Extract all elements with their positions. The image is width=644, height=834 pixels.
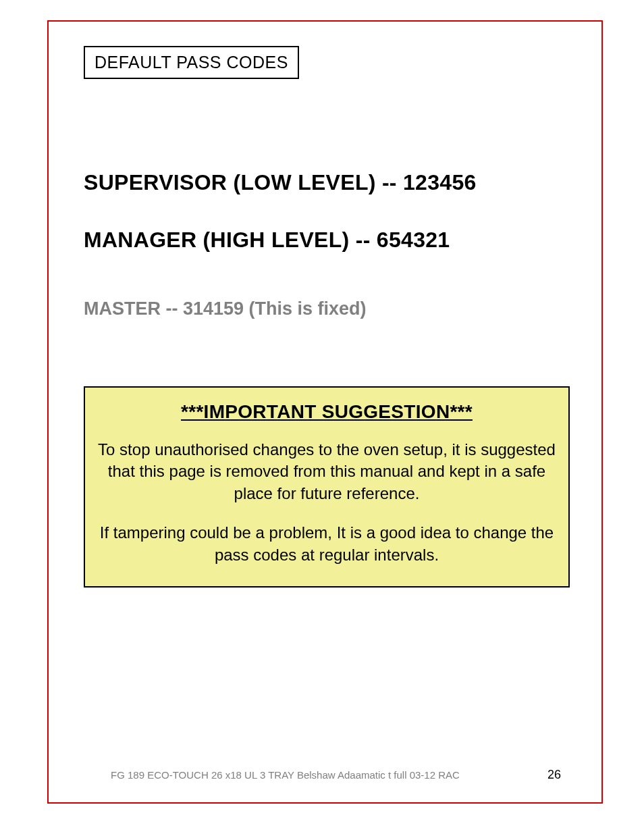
supervisor-passcode: SUPERVISOR (LOW LEVEL) -- 123456 <box>84 170 570 195</box>
callout-paragraph-2: If tampering could be a problem, It is a… <box>97 522 556 566</box>
manager-passcode: MANAGER (HIGH LEVEL) -- 654321 <box>84 228 570 253</box>
footer-reference: FG 189 ECO-TOUCH 26 x18 UL 3 TRAY Belsha… <box>111 769 460 781</box>
section-title: DEFAULT PASS CODES <box>95 53 288 72</box>
master-passcode: MASTER -- 314159 (This is fixed) <box>84 298 367 319</box>
section-title-box: DEFAULT PASS CODES <box>84 46 299 79</box>
page-frame: DEFAULT PASS CODES SUPERVISOR (LOW LEVEL… <box>47 20 603 804</box>
document-page: DEFAULT PASS CODES SUPERVISOR (LOW LEVEL… <box>0 0 644 834</box>
passcode-block: SUPERVISOR (LOW LEVEL) -- 123456 MANAGER… <box>84 170 570 285</box>
page-number: 26 <box>547 768 561 782</box>
callout-title: ***IMPORTANT SUGGESTION*** <box>97 401 556 423</box>
important-callout: ***IMPORTANT SUGGESTION*** To stop unaut… <box>84 386 570 588</box>
callout-paragraph-1: To stop unauthorised changes to the oven… <box>97 439 556 504</box>
